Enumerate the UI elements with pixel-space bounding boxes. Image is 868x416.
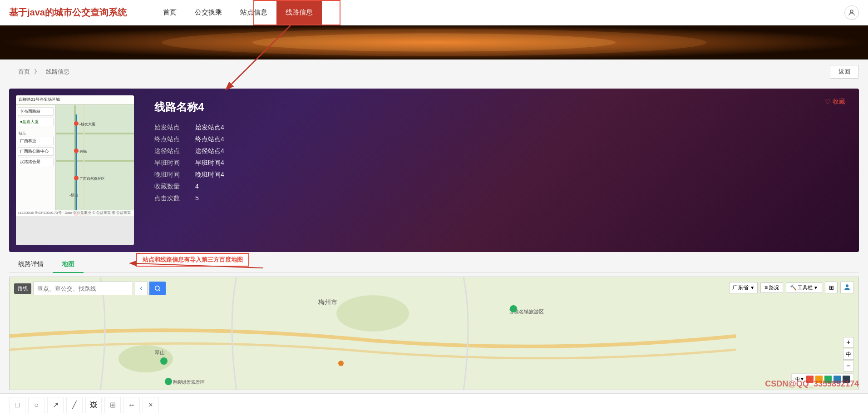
zoom-label: 中 bbox=[843, 349, 854, 360]
collect-value: 4 bbox=[195, 183, 845, 191]
nav-item-transfer[interactable]: 公交换乘 bbox=[186, 0, 231, 25]
map-sidebar-item-4: 广西路公路中心 bbox=[18, 147, 54, 156]
svg-point-26 bbox=[336, 295, 409, 332]
svg-point-3 bbox=[252, 34, 616, 52]
svg-text:•横山: •横山 bbox=[69, 193, 78, 197]
hero-banner bbox=[0, 25, 868, 59]
tab-route-detail[interactable]: 线路详情 bbox=[9, 257, 53, 273]
zoom-in-btn[interactable]: + bbox=[843, 337, 854, 348]
breadcrumb-home[interactable]: 首页 bbox=[18, 68, 30, 75]
nav-item-stops[interactable]: 站点信息 bbox=[231, 0, 276, 25]
user-avatar-btn[interactable] bbox=[844, 5, 859, 20]
map-search-input[interactable] bbox=[33, 282, 133, 295]
start-value: 始发站点4 bbox=[195, 124, 845, 132]
via-label: 途径站点 bbox=[154, 147, 191, 155]
province-dropdown-icon: ▼ bbox=[750, 285, 755, 290]
tool-close[interactable]: × bbox=[143, 397, 159, 413]
main-nav: 首页 公交换乘 站点信息 线路信息 bbox=[154, 0, 322, 25]
via-value: 途径站点4 bbox=[195, 147, 845, 155]
map-search-arrow-btn[interactable] bbox=[135, 282, 148, 295]
svg-point-31 bbox=[510, 305, 517, 312]
breadcrumb-separator: 》 bbox=[34, 68, 40, 75]
map-grid-button[interactable]: ⊞ bbox=[825, 282, 838, 293]
tool-arrow[interactable]: ↗ bbox=[47, 397, 64, 413]
svg-point-35 bbox=[155, 286, 159, 290]
favorite-label: 收藏 bbox=[833, 98, 845, 106]
collect-label: 收藏数量 bbox=[154, 183, 191, 191]
svg-point-32 bbox=[338, 361, 344, 366]
late-label: 晚班时间 bbox=[154, 171, 191, 179]
early-label: 早班时间 bbox=[154, 159, 191, 167]
heart-icon: ♡ bbox=[825, 98, 831, 105]
svg-text:•桂友大厦: •桂友大厦 bbox=[79, 122, 95, 126]
tool-circle[interactable]: ○ bbox=[28, 397, 44, 413]
route-info-grid: 始发站点 始发站点4 终点站点 终点站点4 途径站点 途径站点4 早班时间 早班… bbox=[154, 124, 845, 203]
annotation-box: 站点和线路信息有导入第三方百度地图 bbox=[136, 253, 249, 267]
map-zoom-controls: + 中 − bbox=[843, 337, 854, 371]
zoom-out-btn[interactable]: − bbox=[843, 361, 854, 371]
svg-text:兴福: 兴福 bbox=[79, 149, 87, 154]
route-name: 线路名称4 bbox=[154, 100, 845, 114]
route-button[interactable]: 路线 bbox=[14, 283, 31, 294]
map-sidebar-item-5: 汉路路合景 bbox=[18, 158, 54, 166]
grid-icon: ⊞ bbox=[829, 284, 834, 291]
tool-rect[interactable]: □ bbox=[9, 397, 25, 413]
favorite-button[interactable]: ♡ 收藏 bbox=[825, 98, 845, 106]
main-content: 首页 》 线路信息 返回 四柳路21号停车场区域 卡布西路站 ●盘嘉大厦 站点 … bbox=[0, 59, 868, 416]
map-mode-road-btn[interactable]: ≡ 路况 bbox=[760, 282, 783, 293]
app-title: 基于java的城市公交查询系统 bbox=[9, 6, 127, 19]
bottom-toolbar: □ ○ ↗ ╱ 🖼 ⊞ ↔ × bbox=[0, 393, 868, 416]
road-label: 路况 bbox=[769, 284, 779, 291]
svg-point-10 bbox=[74, 149, 79, 153]
tools-icon: 🔨 bbox=[790, 284, 797, 291]
tool-text[interactable]: ↔ bbox=[123, 397, 140, 413]
tools-dropdown-icon: ▼ bbox=[814, 285, 818, 290]
svg-rect-7 bbox=[56, 160, 134, 162]
small-map-section: 四柳路21号停车场区域 卡布西路站 ●盘嘉大厦 站点 广西林业 广西路公路中心 … bbox=[16, 95, 134, 245]
breadcrumb: 首页 》 线路信息 bbox=[9, 63, 81, 80]
annotation-text: 站点和线路信息有导入第三方百度地图 bbox=[143, 256, 243, 263]
end-label: 终点站点 bbox=[154, 135, 191, 144]
map-person-button[interactable] bbox=[840, 282, 854, 293]
tool-line[interactable]: ╱ bbox=[66, 397, 83, 413]
nav-item-home[interactable]: 首页 bbox=[154, 0, 186, 25]
svg-text:翠山: 翠山 bbox=[155, 350, 165, 355]
late-value: 晚班时间4 bbox=[195, 171, 845, 179]
svg-line-36 bbox=[159, 290, 160, 291]
route-card: 四柳路21号停车场区域 卡布西路站 ●盘嘉大厦 站点 广西林业 广西路公路中心 … bbox=[9, 89, 859, 252]
nav-item-routes[interactable]: 线路信息 bbox=[276, 0, 322, 25]
svg-text:广西自然保护区: 广西自然保护区 bbox=[79, 177, 105, 181]
svg-text:梅州市: 梅州市 bbox=[318, 299, 337, 306]
route-details: 线路名称4 始发站点 始发站点4 终点站点 终点站点4 途径站点 途径站点4 早… bbox=[141, 89, 859, 252]
start-label: 始发站点 bbox=[154, 124, 191, 132]
map-searchbar: 路线 bbox=[14, 282, 166, 295]
large-map[interactable]: 梅州市 百侯名镇旅游区 翠山 翻裂绿景观景区 路线 bbox=[9, 277, 859, 390]
map-sidebar-item-2: ●盘嘉大厦 bbox=[18, 118, 54, 126]
tool-image[interactable]: 🖼 bbox=[85, 397, 102, 413]
map-sidebar-item-1: 卡布西路站 bbox=[18, 107, 54, 116]
province-label: 广东省 bbox=[732, 284, 749, 291]
map-large-bg: 梅州市 百侯名镇旅游区 翠山 翻裂绿景观景区 路线 bbox=[10, 277, 858, 390]
svg-point-37 bbox=[846, 284, 848, 287]
click-value: 5 bbox=[195, 194, 845, 203]
svg-point-9 bbox=[74, 121, 79, 126]
svg-text:翻裂绿景观景区: 翻裂绿景观景区 bbox=[173, 380, 205, 385]
return-button[interactable]: 返回 bbox=[830, 65, 859, 79]
small-map-title: 四柳路21号停车场区域 bbox=[19, 97, 60, 103]
svg-rect-6 bbox=[56, 133, 134, 134]
tab-map[interactable]: 地图 bbox=[53, 257, 84, 273]
map-top-right-controls: 广东省 ▼ ≡ 路况 🔨 工具栏 ▼ ⊞ bbox=[729, 282, 854, 293]
province-selector[interactable]: 广东省 ▼ bbox=[729, 282, 758, 293]
map-tools-btn[interactable]: 🔨 工具栏 ▼ bbox=[786, 282, 822, 293]
map-search-button[interactable] bbox=[149, 282, 166, 295]
click-label: 点击次数 bbox=[154, 194, 191, 203]
map-sidebar-label-1: 站点 bbox=[18, 130, 54, 137]
breadcrumb-current: 线路信息 bbox=[46, 68, 69, 75]
small-map-content: 四柳路21号停车场区域 卡布西路站 ●盘嘉大厦 站点 广西林业 广西路公路中心 … bbox=[16, 95, 134, 216]
tool-crop[interactable]: ⊞ bbox=[104, 397, 121, 413]
header: 基于java的城市公交查询系统 首页 公交换乘 站点信息 线路信息 bbox=[0, 0, 868, 25]
end-value: 终点站点4 bbox=[195, 135, 845, 144]
early-value: 早班时间4 bbox=[195, 159, 845, 167]
road-icon: ≡ bbox=[764, 284, 768, 291]
csdn-watermark: CSDN@QQ_3359892174 bbox=[765, 379, 859, 389]
